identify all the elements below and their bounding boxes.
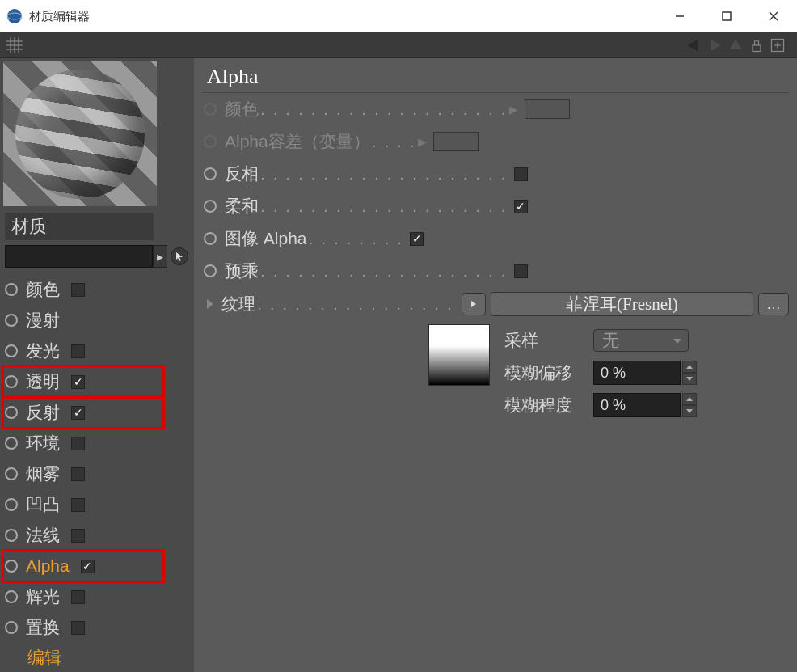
chevron-right-icon: ▸	[418, 132, 427, 151]
channel-label: 颜色	[26, 278, 60, 301]
material-name-label: 材质	[5, 213, 154, 240]
channel-发光[interactable]: 发光	[5, 336, 189, 366]
property-checkbox[interactable]	[514, 167, 528, 181]
radio-icon[interactable]	[5, 560, 18, 573]
blur-scale-label: 模糊程度	[504, 394, 593, 416]
channel-法线[interactable]: 法线	[5, 520, 189, 551]
nav-back-icon[interactable]	[685, 37, 702, 53]
lock-icon[interactable]	[749, 37, 765, 53]
panel-title: Alpha	[202, 63, 789, 93]
property-label: 颜色	[225, 98, 259, 120]
channel-label: 置换	[26, 616, 60, 639]
channel-checkbox[interactable]	[71, 590, 85, 604]
radio-icon[interactable]	[204, 264, 217, 277]
color-swatch	[525, 99, 570, 119]
radio-icon[interactable]	[5, 437, 18, 450]
color-swatch	[433, 132, 479, 151]
channel-label: 法线	[26, 524, 60, 547]
channel-checkbox[interactable]	[71, 529, 85, 543]
texture-more-button[interactable]: …	[758, 293, 789, 315]
property-label: Alpha容差（变量）	[225, 130, 370, 153]
channel-凹凸[interactable]: 凹凸	[5, 489, 189, 520]
svg-marker-14	[730, 39, 742, 49]
channel-置换[interactable]: 置换	[5, 612, 189, 643]
radio-icon[interactable]	[5, 590, 18, 603]
channel-透明[interactable]: 透明	[5, 366, 189, 397]
grid-icon[interactable]	[6, 37, 23, 53]
channel-checkbox[interactable]	[71, 406, 85, 420]
blur-offset-input[interactable]: 0 %	[593, 361, 681, 385]
channel-label: 烟雾	[26, 463, 60, 485]
app-icon	[6, 8, 23, 24]
sidebar: 材质 ▸ 颜色漫射发光透明反射环境烟雾凹凸法线Alpha辉光置换 编辑	[0, 58, 194, 672]
material-name-input[interactable]	[5, 245, 153, 268]
channel-label: 透明	[26, 370, 60, 393]
radio-icon[interactable]	[5, 498, 18, 511]
radio-icon[interactable]	[5, 283, 18, 296]
radio-icon[interactable]	[5, 529, 18, 542]
new-tab-icon[interactable]	[770, 37, 786, 53]
material-preview[interactable]	[3, 61, 157, 206]
minimize-button[interactable]	[656, 0, 703, 32]
picker-icon[interactable]	[171, 247, 188, 265]
property-label: 预乘	[225, 260, 259, 282]
channel-烟雾[interactable]: 烟雾	[5, 459, 189, 489]
channel-checkbox[interactable]	[71, 621, 85, 635]
chevron-right-icon: ▸	[509, 99, 518, 119]
property-row: Alpha容差（变量）. . . . ▸	[202, 125, 789, 158]
svg-marker-13	[711, 39, 721, 51]
radio-icon[interactable]	[5, 406, 18, 419]
property-checkbox[interactable]	[514, 264, 528, 278]
channel-alpha[interactable]: Alpha	[5, 551, 189, 581]
blur-offset-spinner[interactable]	[682, 361, 697, 385]
channel-label: 漫射	[26, 309, 60, 332]
material-name-dropdown[interactable]: ▸	[153, 245, 167, 268]
radio-icon[interactable]	[204, 103, 217, 116]
channel-checkbox[interactable]	[71, 375, 85, 389]
radio-icon[interactable]	[204, 135, 217, 148]
radio-icon[interactable]	[5, 375, 18, 388]
texture-pick-button[interactable]	[462, 293, 486, 315]
blur-scale-spinner[interactable]	[682, 393, 697, 417]
channel-checkbox[interactable]	[71, 467, 85, 481]
channel-label: 反射	[26, 401, 60, 424]
radio-icon[interactable]	[5, 467, 18, 480]
property-checkbox[interactable]	[514, 200, 528, 213]
window-title: 材质编辑器	[29, 9, 656, 24]
radio-icon[interactable]	[204, 232, 217, 245]
radio-icon[interactable]	[5, 344, 18, 357]
channel-反射[interactable]: 反射	[5, 397, 189, 428]
property-row: 预乘. . . . . . . . . . . . . . . . . . . …	[202, 255, 789, 287]
property-checkbox[interactable]	[410, 232, 424, 246]
channel-环境[interactable]: 环境	[5, 428, 189, 459]
blur-scale-input[interactable]: 0 %	[593, 393, 681, 417]
radio-icon[interactable]	[204, 200, 217, 213]
channel-checkbox[interactable]	[71, 344, 85, 358]
property-label: 反相	[225, 163, 259, 185]
channel-辉光[interactable]: 辉光	[5, 581, 189, 612]
texture-row: 纹理 . . . . . . . . . . . . . . . . 菲涅耳(F…	[202, 287, 789, 321]
texture-name-button[interactable]: 菲涅耳(Fresnel)	[491, 292, 753, 316]
radio-icon[interactable]	[204, 167, 217, 180]
blur-offset-label: 模糊偏移	[504, 361, 593, 384]
channel-漫射[interactable]: 漫射	[5, 305, 189, 336]
channel-list: 颜色漫射发光透明反射环境烟雾凹凸法线Alpha辉光置换	[0, 274, 194, 643]
edit-section-label[interactable]: 编辑	[0, 643, 194, 672]
property-row: 反相. . . . . . . . . . . . . . . . . . . …	[202, 158, 789, 190]
channel-label: 发光	[26, 340, 60, 362]
channel-checkbox[interactable]	[81, 560, 95, 573]
maximize-button[interactable]	[703, 0, 750, 32]
expand-triangle-icon[interactable]	[207, 299, 213, 309]
radio-icon[interactable]	[5, 621, 18, 634]
sampling-dropdown[interactable]: 无	[593, 329, 689, 352]
texture-preview-swatch[interactable]	[428, 324, 490, 386]
nav-forward-icon[interactable]	[706, 37, 723, 53]
nav-up-icon[interactable]	[727, 37, 744, 53]
close-button[interactable]	[750, 0, 797, 32]
radio-icon[interactable]	[5, 314, 18, 327]
property-row: 图像 Alpha. . . . . . . .	[202, 222, 789, 255]
channel-checkbox[interactable]	[71, 498, 85, 512]
channel-checkbox[interactable]	[71, 283, 85, 297]
channel-颜色[interactable]: 颜色	[5, 274, 189, 305]
channel-checkbox[interactable]	[71, 437, 85, 450]
